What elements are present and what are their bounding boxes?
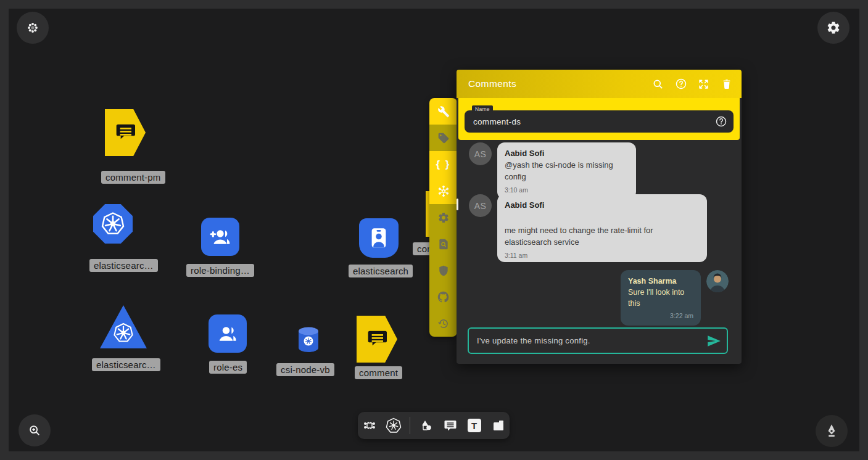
role-icon	[215, 321, 240, 346]
shapes-icon	[419, 418, 434, 433]
name-help-button[interactable]	[715, 115, 727, 128]
design-network-icon	[362, 418, 377, 433]
storage-cylinder-icon	[297, 326, 320, 353]
node-label: elasticsearc…	[89, 259, 158, 272]
chat-message: Yash Sharma Sure I'll look into this 3:2…	[621, 270, 729, 326]
settings-gear-icon	[826, 20, 841, 35]
toolbar-divider	[410, 417, 410, 434]
search-button[interactable]	[651, 78, 664, 91]
github-icon	[437, 290, 450, 303]
shape-palette-toolbar: T	[358, 412, 510, 439]
history-clock-icon	[437, 318, 450, 330]
chat-message: AS Aabid Sofi @yash the csi-node is miss…	[469, 142, 636, 199]
zoom-in-icon	[28, 424, 41, 437]
message-time: 3:22 am	[628, 311, 693, 321]
braces-icon: { }	[436, 158, 451, 171]
github-tool-button[interactable]	[429, 284, 457, 310]
image-tool-button[interactable]	[490, 417, 506, 433]
name-field-label: Name	[472, 105, 493, 113]
node-elasticsearch-serviceaccount[interactable]	[359, 218, 399, 258]
node-name-section: Name	[458, 98, 740, 140]
tag-tool-button[interactable]	[429, 125, 457, 151]
mesh-molecule-icon	[437, 184, 450, 198]
kubernetes-wheel-icon	[112, 322, 134, 344]
mesh-tool-button[interactable]	[429, 178, 457, 204]
node-label: comment	[355, 366, 402, 379]
node-label: role-binding…	[186, 264, 254, 277]
pen-tool-icon	[824, 423, 840, 439]
node-csi-node-vb[interactable]	[297, 326, 320, 353]
shapes-tool-button[interactable]	[418, 417, 434, 433]
message-author: Aabid Sofi	[505, 148, 629, 160]
message-author: Aabid Sofi	[505, 200, 700, 212]
chat-input[interactable]	[468, 327, 728, 354]
node-label: elasticsearc…	[92, 358, 160, 371]
name-input[interactable]	[465, 110, 734, 133]
node-elasticsearch-octagon[interactable]	[93, 204, 133, 244]
avatar-photo	[706, 270, 729, 292]
pen-tool-button[interactable]	[816, 415, 848, 447]
search-icon	[652, 78, 664, 90]
send-icon	[706, 333, 722, 349]
doc-search-tool-button[interactable]	[429, 231, 457, 257]
tag-icon	[437, 132, 450, 144]
image-frame-icon	[491, 418, 506, 433]
node-label: role-es	[209, 361, 247, 374]
panel-title: Comments	[468, 78, 651, 89]
shield-tool-button[interactable]	[429, 257, 457, 284]
app-menu-button[interactable]	[17, 12, 49, 44]
history-tool-button[interactable]	[429, 310, 457, 337]
comments-panel: Comments	[457, 70, 742, 364]
gear-icon	[437, 212, 450, 224]
shield-icon	[437, 265, 450, 277]
node-label: elasticsearch	[349, 265, 413, 277]
comments-panel-header[interactable]: Comments	[457, 70, 742, 98]
help-icon	[715, 115, 727, 128]
delete-button[interactable]	[720, 78, 733, 91]
message-author: Yash Sharma	[628, 276, 693, 287]
help-icon	[675, 78, 687, 90]
node-label: comment-pm	[101, 171, 165, 184]
expand-button[interactable]	[697, 78, 710, 91]
panel-scrollbar-thumb[interactable]	[457, 199, 458, 210]
wrench-tool-button[interactable]	[429, 98, 457, 125]
mesh-flower-icon	[26, 21, 39, 35]
role-binding-icon	[208, 224, 233, 249]
node-role-binding[interactable]	[201, 218, 239, 256]
message-time: 3:10 am	[505, 186, 629, 195]
kubernetes-logo-icon	[386, 417, 402, 433]
message-text: me might need to change the rate-limit f…	[505, 225, 700, 248]
node-comment-pm[interactable]	[105, 109, 146, 156]
expand-arrows-icon	[698, 78, 709, 90]
node-comment[interactable]	[357, 316, 397, 363]
settings-button[interactable]	[817, 12, 849, 44]
text-tool-icon: T	[468, 419, 481, 432]
chat-message: AS Aabid Sofi me might need to change th…	[469, 194, 707, 262]
message-text: Sure I'll look into this	[628, 287, 693, 309]
design-network-button[interactable]	[362, 417, 378, 433]
service-account-badge-icon	[366, 225, 392, 251]
app-stage: comment-pm elasticsearc…	[0, 0, 868, 460]
zoom-button[interactable]	[19, 414, 51, 446]
avatar: AS	[469, 142, 492, 165]
comment-bubble-icon	[113, 120, 138, 145]
wrench-icon	[437, 105, 450, 118]
message-text: @yash the csi-node is missing config	[505, 160, 629, 183]
text-tool-button[interactable]: T	[466, 417, 482, 433]
braces-tool-button[interactable]: { }	[429, 151, 457, 178]
send-button[interactable]	[706, 333, 722, 349]
kubernetes-wheel-icon	[100, 211, 126, 237]
node-role-es[interactable]	[209, 314, 247, 353]
help-button[interactable]	[674, 78, 687, 91]
node-action-toolbar: { }	[429, 98, 457, 337]
kubernetes-palette-button[interactable]	[386, 417, 402, 433]
node-label: csi-node-vb	[276, 363, 334, 376]
gear-tool-button[interactable]	[429, 204, 457, 231]
comment-tool-icon	[443, 418, 458, 433]
trash-icon	[721, 78, 732, 89]
message-time: 3:11 am	[505, 251, 700, 260]
comment-tool-button[interactable]	[442, 417, 458, 433]
document-search-icon	[437, 238, 450, 250]
node-elasticsearch-triangle[interactable]	[100, 305, 147, 348]
avatar: AS	[469, 194, 492, 217]
